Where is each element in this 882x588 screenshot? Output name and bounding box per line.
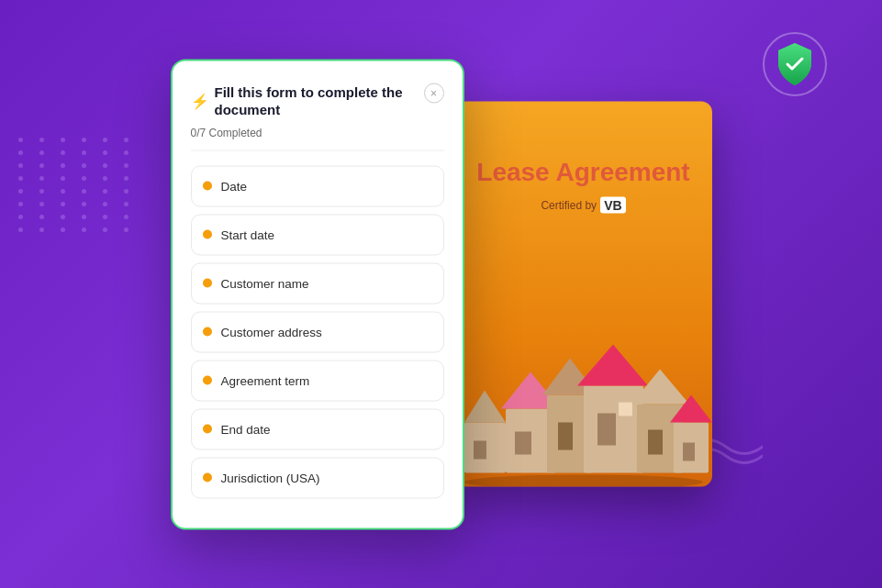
- progress-indicator: 0/7 Completed: [191, 126, 444, 150]
- item-label: Customer address: [221, 325, 322, 338]
- svg-rect-12: [597, 414, 616, 446]
- dot-pattern-left: [18, 138, 137, 232]
- form-items-list: Date Start date Customer name Customer a…: [191, 165, 444, 498]
- form-item-2[interactable]: Start date: [191, 214, 444, 255]
- form-title-row: ⚡ Fill this form to complete the documen…: [191, 83, 417, 118]
- form-item-6[interactable]: End date: [191, 408, 444, 449]
- svg-marker-11: [577, 345, 648, 386]
- item-label: Agreement term: [221, 373, 310, 387]
- item-dot: [203, 327, 212, 337]
- close-button[interactable]: ×: [424, 83, 444, 103]
- item-label: Jurisdiction (USA): [221, 471, 320, 484]
- item-dot: [203, 425, 212, 434]
- svg-rect-9: [558, 423, 573, 450]
- item-dot: [203, 376, 212, 385]
- main-content-area: ⚡ Fill this form to complete the documen…: [171, 59, 712, 529]
- item-dot: [203, 473, 212, 483]
- verified-shield-badge: [763, 32, 827, 96]
- form-header: ⚡ Fill this form to complete the documen…: [191, 83, 444, 118]
- houses-illustration: [455, 304, 712, 487]
- form-item-3[interactable]: Customer name: [191, 262, 444, 304]
- form-item-1[interactable]: Date: [191, 165, 444, 206]
- item-label: Date: [221, 179, 248, 193]
- form-title: Fill this form to complete the document: [215, 83, 417, 118]
- svg-rect-19: [683, 443, 695, 461]
- item-dot: [203, 230, 212, 239]
- document-title: Lease Agreement: [476, 157, 689, 188]
- lightning-icon: ⚡: [191, 92, 209, 109]
- brand-logo: VB: [600, 196, 625, 213]
- form-item-7[interactable]: Jurisdiction (USA): [191, 457, 444, 498]
- form-item-4[interactable]: Customer address: [191, 311, 444, 352]
- svg-marker-2: [464, 391, 506, 423]
- svg-point-0: [464, 475, 703, 487]
- form-panel: ⚡ Fill this form to complete the documen…: [171, 59, 464, 529]
- item-dot: [203, 279, 212, 288]
- document-preview: Lease Agreement Certified by VB: [455, 102, 712, 487]
- svg-rect-16: [648, 430, 663, 455]
- svg-rect-13: [619, 403, 632, 416]
- item-label: Start date: [221, 227, 275, 241]
- item-label: End date: [221, 422, 271, 436]
- item-dot: [203, 182, 212, 191]
- certified-by-label: Certified by VB: [541, 196, 625, 213]
- svg-rect-6: [515, 432, 531, 455]
- item-label: Customer name: [221, 276, 309, 290]
- svg-rect-3: [474, 441, 486, 460]
- form-item-5[interactable]: Agreement term: [191, 360, 444, 401]
- shield-icon: [775, 41, 815, 87]
